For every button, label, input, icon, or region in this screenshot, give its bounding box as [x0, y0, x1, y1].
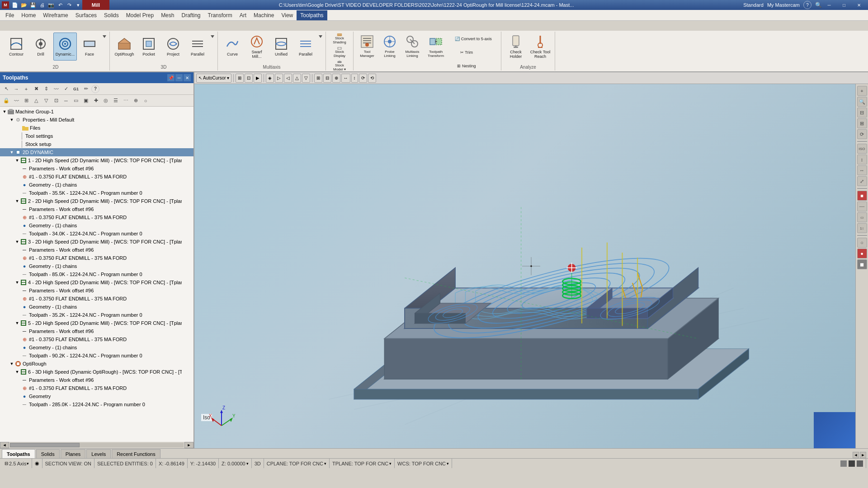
vp-zoom-btn5[interactable]: ↕: [351, 74, 358, 83]
tp-list-button[interactable]: ☰: [111, 96, 120, 105]
vp-right-dark1-button[interactable]: ◼: [857, 259, 867, 269]
expand-tp4[interactable]: ▼: [14, 280, 20, 285]
vp-btn1[interactable]: ⊞: [236, 74, 244, 83]
tp-help-button[interactable]: ?: [91, 85, 99, 93]
bottom-scroll-right[interactable]: ►: [860, 452, 866, 458]
vp-right-circle-button[interactable]: ○: [857, 238, 867, 248]
stock-model-button[interactable]: Stock Model ▾: [329, 60, 350, 72]
scroll-thumb[interactable]: [10, 443, 80, 447]
tp-wave-button[interactable]: 〰: [52, 84, 61, 94]
expand-tp2[interactable]: ▼: [14, 198, 20, 204]
vp-right-view4-button[interactable]: ⤢: [857, 176, 867, 186]
minimize-button[interactable]: ─: [822, 0, 836, 9]
tp-edit-button[interactable]: ✏: [81, 84, 90, 94]
autocursor-button[interactable]: ↖ AutoCursor ▾: [196, 74, 231, 83]
tree-tp4-params[interactable]: ─ Parameters - Work offset #96: [0, 286, 193, 295]
tree-tp6-path[interactable]: ─ Toolpath - 285.0K - 1224-24.NC - Progr…: [0, 400, 193, 408]
tree-tp2-tool[interactable]: ⊕ #1 - 0.3750 FLAT ENDMILL - 375 MA FORD: [0, 213, 193, 221]
expand-tp5[interactable]: ▼: [14, 320, 20, 326]
tree-tp1-path[interactable]: ─ Toolpath - 35.5K - 1224-24.NC - Progra…: [0, 189, 193, 197]
menu-drafting[interactable]: Drafting: [178, 10, 204, 20]
bottom-scroll-left[interactable]: ◄: [853, 452, 859, 458]
tp-frame-button[interactable]: ⊡: [52, 96, 61, 105]
tree-tp4[interactable]: ▼ 4 - 2D High Speed (2D Dynamic Mill) - …: [0, 278, 193, 286]
unified-button[interactable]: Unified: [269, 33, 293, 61]
tree-tool-settings[interactable]: Tool settings: [0, 132, 193, 140]
vp-right-rotate-button[interactable]: ⟳: [857, 129, 867, 139]
help-icon[interactable]: ?: [803, 1, 811, 9]
status-x[interactable]: X: -0.86149: [156, 459, 188, 468]
tree-optirough-group[interactable]: ▼ OptiRough: [0, 360, 193, 368]
maximize-button[interactable]: □: [837, 0, 851, 9]
parallel-3d-button[interactable]: Parallel: [186, 33, 209, 61]
tree-tp1-tool[interactable]: ⊕ #1 - 0.3750 FLAT ENDMILL - 375 MA FORD: [0, 173, 193, 181]
tree-tp2-path[interactable]: ─ Toolpath - 34.0K - 1224-24.NC - Progra…: [0, 230, 193, 238]
2d-expand-icon[interactable]: [102, 33, 107, 42]
tab-solids[interactable]: Solids: [36, 449, 60, 458]
stock-shading-button[interactable]: Stock Shading: [329, 33, 350, 45]
menu-transform[interactable]: Transform: [204, 10, 236, 20]
tree-tp4-geom[interactable]: ● Geometry - (1) chains: [0, 303, 193, 311]
status-icon3[interactable]: [857, 460, 863, 467]
vp-right-view2-button[interactable]: ↕: [857, 155, 867, 164]
tp-tri2-button[interactable]: ▽: [42, 96, 51, 105]
vp-right-plus-button[interactable]: +: [857, 86, 867, 96]
parallel-multi-button[interactable]: Parallel: [294, 33, 317, 61]
tp-circle-button[interactable]: ◎: [101, 96, 110, 105]
stock-display-button[interactable]: Stock Display: [329, 46, 350, 59]
contour-button[interactable]: Contour: [5, 33, 28, 61]
tree-tp5-path[interactable]: ─ Toolpath - 90.2K - 1224-24.NC - Progra…: [0, 352, 193, 360]
undo-button[interactable]: ↶: [56, 1, 64, 9]
check-holder-button[interactable]: Check Holder: [504, 33, 528, 61]
optirough-button[interactable]: OptiRough: [113, 33, 136, 61]
tp-arrow-button[interactable]: →: [12, 84, 21, 94]
menu-surfaces[interactable]: Surfaces: [72, 10, 100, 20]
tree-tp3-params[interactable]: ─ Parameters - Work offset #96: [0, 246, 193, 254]
tree-tp5-geom[interactable]: ● Geometry - (1) chains: [0, 343, 193, 352]
vp-right-num-button[interactable]: 1↕: [857, 223, 867, 233]
tab-toolpaths[interactable]: Toolpaths: [2, 449, 35, 458]
menu-wireframe[interactable]: Wireframe: [39, 10, 71, 20]
tp-rect-button[interactable]: ▭: [71, 96, 80, 105]
scroll-left-btn[interactable]: ◄: [0, 442, 9, 448]
tree-tp5-params[interactable]: ─ Parameters - Work offset #96: [0, 327, 193, 335]
drill-button[interactable]: Drill: [29, 33, 52, 61]
menu-toolpaths[interactable]: Toolpaths: [297, 10, 327, 20]
vp-right-red1-button[interactable]: ■: [857, 191, 867, 201]
multiaxis-linking-button[interactable]: Multiaxis Linking: [401, 33, 423, 60]
tree-tp2-geom[interactable]: ● Geometry - (1) chains: [0, 221, 193, 230]
tree-machine-group[interactable]: ▼ Machine Group-1: [0, 108, 193, 116]
status-z[interactable]: Z: 0.00000 ▾: [219, 459, 252, 468]
tp-g1-button[interactable]: G1: [71, 84, 80, 94]
vp-view-btn3[interactable]: ◁: [284, 74, 292, 83]
dynamic-button[interactable]: Dynamic...: [53, 33, 77, 61]
convert-5axis-button[interactable]: 🔄 Convert to 5-axis: [448, 33, 498, 45]
vp-right-red2-button[interactable]: ●: [857, 249, 867, 258]
tree-tp3-path[interactable]: ─ Toolpath - 85.0K - 1224-24.NC - Progra…: [0, 270, 193, 278]
vp-btn2[interactable]: ⊡: [245, 74, 253, 83]
expand-tp1[interactable]: ▼: [14, 158, 20, 163]
vp-right-zoom-in-button[interactable]: 🔍: [857, 97, 867, 107]
menu-mesh[interactable]: Mesh: [157, 10, 178, 20]
vp-zoom-btn1[interactable]: ⊞: [314, 74, 322, 83]
status-cplane[interactable]: CPLANE: TOP FOR CNC ▾: [264, 459, 330, 468]
tree-properties[interactable]: ▼ ⚙ Properties - Mill Default: [0, 116, 193, 124]
status-icon1[interactable]: [840, 460, 847, 467]
tp-select-button[interactable]: ↖: [2, 84, 11, 94]
menu-machine[interactable]: Machine: [250, 10, 278, 20]
vp-right-view1-button[interactable]: ISO: [857, 144, 867, 154]
expand-2d-dynamic[interactable]: ▼: [9, 150, 14, 155]
status-tplane[interactable]: TPLANE: TOP FOR CNC ▾: [330, 459, 395, 468]
vp-right-view3-button[interactable]: ↔: [857, 165, 867, 175]
tree-tp5[interactable]: ▼ 5 - 2D High Speed (2D Dynamic Mill) - …: [0, 319, 193, 327]
pocket-button[interactable]: Pocket: [137, 33, 160, 61]
vp-zoom-btn7[interactable]: ⟲: [368, 74, 376, 83]
menu-view[interactable]: View: [278, 10, 297, 20]
toolpaths-minimize-button[interactable]: ─: [175, 74, 183, 81]
tree-tp4-tool[interactable]: ⊕ #1 - 0.3750 FLAT ENDMILL - 375 MA FORD: [0, 295, 193, 303]
toolpath-transform-button[interactable]: Toolpath Transform: [424, 33, 448, 60]
toolpaths-pin-button[interactable]: 📌: [167, 74, 175, 81]
scroll-track[interactable]: [10, 443, 184, 447]
3d-expand-icon[interactable]: [210, 33, 215, 42]
tree-tp6-geom[interactable]: ● Geometry: [0, 392, 193, 400]
